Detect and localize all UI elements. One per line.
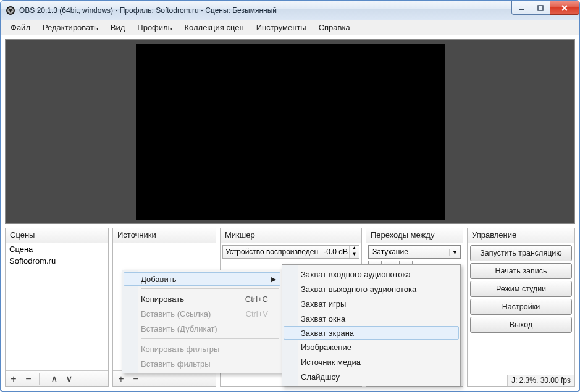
separator <box>39 373 44 385</box>
svg-point-4 <box>11 10 13 12</box>
scene-down-button[interactable]: ∨ <box>64 373 75 385</box>
start-streaming-button[interactable]: Запустить трансляцию <box>470 245 572 261</box>
src-audio-input[interactable]: Захват входного аудиопотока <box>284 267 459 281</box>
scenes-panel: Сцены Сцена Softodrom.ru + − ∧ ∨ <box>5 228 109 387</box>
mixer-header: Микшер <box>221 228 361 243</box>
menubar: Файл Редактировать Вид Профиль Коллекция… <box>1 20 579 35</box>
sources-context-menu: Добавить ▶ Копировать Ctrl+C Вставить (С… <box>122 270 282 373</box>
src-window-capture[interactable]: Захват окна <box>284 311 459 326</box>
ctx-paste-dup: Вставить (Дубликат) <box>124 321 280 336</box>
add-source-button[interactable]: + <box>116 373 127 385</box>
exit-button[interactable]: Выход <box>470 317 572 333</box>
menu-edit[interactable]: Редактировать <box>36 21 104 34</box>
preview-area[interactable] <box>5 39 575 224</box>
ctx-add[interactable]: Добавить ▶ <box>124 272 280 286</box>
ctx-copy-shortcut: Ctrl+C <box>245 294 268 304</box>
settings-button[interactable]: Настройки <box>470 299 572 315</box>
src-game-capture[interactable]: Захват игры <box>284 296 459 311</box>
separator <box>141 338 279 339</box>
status-bar: J: 2.3%, 30.00 fps <box>507 375 574 386</box>
mixer-db-value: -0.0 dB <box>322 248 349 256</box>
add-scene-button[interactable]: + <box>8 373 19 385</box>
ctx-copy-label: Копировать <box>141 294 184 304</box>
src-image[interactable]: Изображение <box>284 340 459 354</box>
scene-up-button[interactable]: ∧ <box>49 373 60 385</box>
studio-mode-button[interactable]: Режим студии <box>470 281 572 297</box>
submenu-arrow-icon: ▶ <box>271 275 276 283</box>
sources-header: Источники <box>113 228 216 243</box>
start-recording-button[interactable]: Начать запись <box>470 263 572 279</box>
ctx-copy[interactable]: Копировать Ctrl+C <box>124 291 280 306</box>
minimize-button[interactable] <box>511 1 531 15</box>
chevron-down-icon: ▼ <box>449 249 460 256</box>
src-media-source[interactable]: Источник медиа <box>284 354 459 369</box>
transitions-header: Переходы между сценами <box>366 228 463 243</box>
mixer-device-label: Устройство воспроизведен <box>223 248 322 256</box>
window-title: OBS 20.1.3 (64bit, windows) - Профиль: S… <box>19 6 512 15</box>
maximize-button[interactable] <box>531 1 550 15</box>
menu-profile[interactable]: Профиль <box>131 21 178 34</box>
svg-point-0 <box>6 6 15 15</box>
src-display-capture[interactable]: Захват экрана <box>284 326 459 340</box>
obs-icon <box>6 6 15 15</box>
mixer-device-row[interactable]: Устройство воспроизведен -0.0 dB ▲▼ <box>222 245 359 259</box>
ctx-copy-filters: Копировать фильтры <box>124 341 280 356</box>
menu-help[interactable]: Справка <box>313 21 356 34</box>
ctx-paste-shortcut: Ctrl+V <box>246 309 268 319</box>
preview-canvas <box>136 44 445 220</box>
menu-view[interactable]: Вид <box>104 21 132 34</box>
menu-scene-collection[interactable]: Коллекция сцен <box>178 21 250 34</box>
ctx-paste-dup-label: Вставить (Дубликат) <box>141 324 217 333</box>
mixer-spinner[interactable]: ▲▼ <box>349 246 359 258</box>
transition-select[interactable]: Затухание ▼ <box>368 245 461 259</box>
titlebar[interactable]: OBS 20.1.3 (64bit, windows) - Профиль: S… <box>1 1 579 20</box>
svg-point-3 <box>8 10 10 12</box>
ctx-paste-link-label: Вставить (Ссылка) <box>141 309 211 319</box>
menu-file[interactable]: Файл <box>4 21 36 34</box>
src-slideshow[interactable]: Слайдшоу <box>284 369 459 384</box>
controls-body: Запустить трансляцию Начать запись Режим… <box>468 243 574 386</box>
ctx-paste-filters-label: Вставить фильтры <box>141 359 211 369</box>
scene-item[interactable]: Softodrom.ru <box>6 255 108 267</box>
remove-source-button[interactable]: − <box>130 373 141 385</box>
menu-tools[interactable]: Инструменты <box>250 21 313 34</box>
transition-value: Затухание <box>369 248 449 256</box>
scenes-header: Сцены <box>6 228 108 243</box>
remove-scene-button[interactable]: − <box>23 373 34 385</box>
src-audio-output[interactable]: Захват выходного аудиопотока <box>284 281 459 296</box>
ctx-add-label: Добавить <box>141 275 176 284</box>
ctx-paste-filters: Вставить фильтры <box>124 356 280 371</box>
separator <box>141 288 279 289</box>
controls-panel: Управление Запустить трансляцию Начать з… <box>467 228 575 387</box>
scenes-list[interactable]: Сцена Softodrom.ru <box>6 243 108 370</box>
ctx-copy-filters-label: Копировать фильтры <box>141 344 219 354</box>
scenes-footer: + − ∧ ∨ <box>6 370 108 386</box>
svg-rect-6 <box>538 6 543 10</box>
svg-point-2 <box>10 7 12 9</box>
add-source-submenu: Захват входного аудиопотока Захват выход… <box>282 264 461 386</box>
window-buttons <box>512 1 579 15</box>
ctx-paste-link: Вставить (Ссылка) Ctrl+V <box>124 306 280 321</box>
controls-header: Управление <box>468 228 574 243</box>
scene-item[interactable]: Сцена <box>6 243 108 255</box>
close-button[interactable] <box>550 1 579 15</box>
